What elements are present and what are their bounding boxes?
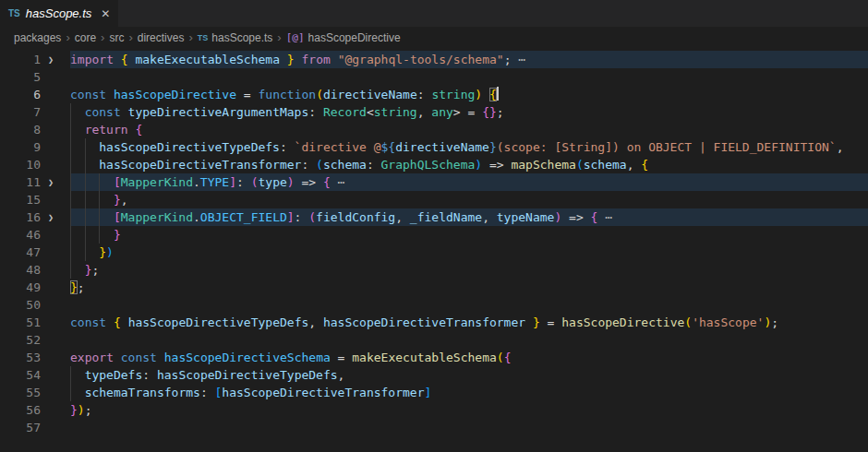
indent-guide	[99, 173, 114, 191]
token-b1: {	[504, 351, 512, 364]
line-number: 56	[0, 401, 41, 419]
token-pl: :	[367, 158, 381, 172]
token-b2: (	[316, 158, 323, 172]
code-line[interactable]: 11❯[MapperKind.TYPE]: (type) => { ⋯	[0, 173, 868, 191]
code-line[interactable]: 50	[0, 296, 868, 314]
line-number: 55	[0, 384, 41, 401]
code-line[interactable]: 10hasScopeDirectiveTransformer: (schema:…	[0, 156, 868, 173]
gutter-space	[41, 261, 70, 279]
token-type: string	[431, 88, 475, 101]
code-line[interactable]: 56});	[0, 401, 868, 419]
token-b0: (	[316, 88, 323, 101]
token-pl: =	[540, 315, 561, 329]
indent-guide	[70, 121, 85, 138]
gutter-space	[41, 419, 70, 436]
gutter-space	[41, 366, 70, 384]
code-line[interactable]: 57	[0, 419, 868, 436]
breadcrumb-separator: ›	[101, 30, 104, 44]
breadcrumb-symbol[interactable]: hasScopeDirective	[308, 31, 401, 44]
token-fold: ⋯	[518, 53, 525, 66]
code-line-text: },	[70, 191, 868, 208]
token-pl	[114, 351, 121, 364]
gutter-space	[41, 384, 70, 401]
fold-chevron-icon[interactable]: ❯	[41, 51, 70, 68]
text-cursor	[497, 87, 499, 101]
line-number: 46	[0, 226, 41, 244]
line-number: 16	[0, 208, 41, 226]
line-number: 52	[0, 331, 41, 349]
gutter-space	[41, 156, 70, 173]
tab-hasscope[interactable]: TS hasScope.ts ✕	[0, 0, 118, 27]
code-line[interactable]: 49};	[0, 279, 868, 296]
code-line[interactable]: 54typeDefs: hasScopeDirectiveTypeDefs,	[0, 366, 868, 384]
breadcrumb-file[interactable]: hasScope.ts	[211, 31, 272, 44]
code-line[interactable]: 7const typeDirectiveArgumentMaps: Record…	[0, 103, 868, 121]
token-pl: ,	[121, 193, 128, 207]
code-line[interactable]: 48};	[0, 261, 868, 279]
indent-guide	[85, 138, 100, 156]
code-line[interactable]: 6const hasScopeDirective = function(dire…	[0, 86, 868, 103]
code-line[interactable]: 52	[0, 331, 868, 349]
code-line[interactable]: 47})	[0, 244, 868, 261]
line-number: 6	[0, 86, 41, 103]
gutter-space	[41, 279, 70, 296]
code-line[interactable]: 1❯import { makeExecutableSchema } from "…	[0, 51, 868, 68]
code-line[interactable]: 51const { hasScopeDirectiveTypeDefs, has…	[0, 314, 868, 331]
token-var: hasScopeDirectiveTransformer	[99, 158, 301, 172]
code-line[interactable]: 46}	[0, 226, 868, 244]
vscode-window: TS hasScope.ts ✕ packages › core › src ›…	[0, 0, 868, 452]
indent-guide	[70, 103, 85, 121]
token-fn: hasScopeDirective	[561, 315, 684, 329]
token-var: typeName	[497, 210, 555, 224]
code-line[interactable]: 16❯[MapperKind.OBJECT_FIELD]: (fieldConf…	[0, 208, 868, 226]
token-pl: ,	[338, 368, 345, 382]
code-line-text	[70, 296, 868, 314]
code-line[interactable]: 55schemaTransforms: [hasScopeDirectiveTr…	[0, 384, 868, 401]
line-number: 57	[0, 419, 41, 436]
token-pl: <	[367, 105, 374, 119]
gutter-space	[41, 226, 70, 244]
fold-chevron-icon[interactable]: ❯	[41, 173, 70, 191]
code-line[interactable]: 15},	[0, 191, 868, 208]
token-tp: ${	[381, 140, 396, 154]
gutter-space	[41, 86, 70, 103]
token-pl: ,	[627, 158, 642, 172]
breadcrumb-separator: ›	[66, 30, 69, 44]
indent-guide	[70, 261, 85, 279]
token-pl: .	[193, 210, 200, 224]
breadcrumb-directives[interactable]: directives	[138, 31, 185, 44]
line-number: 53	[0, 349, 41, 366]
token-pl: :	[295, 210, 309, 224]
line-number: 1	[0, 51, 41, 68]
token-var: schema	[323, 158, 367, 172]
code-line[interactable]: 9hasScopeDirectiveTypeDefs: `directive @…	[0, 138, 868, 156]
tab-title: hasScope.ts	[26, 6, 92, 20]
code-line-text: };	[70, 261, 868, 279]
token-pl: :	[200, 386, 215, 399]
token-pl	[482, 88, 489, 101]
tab-bar: TS hasScope.ts ✕	[0, 0, 868, 27]
token-pl: ;	[497, 105, 504, 119]
breadcrumb-src[interactable]: src	[109, 31, 124, 44]
fold-chevron-icon[interactable]: ❯	[41, 208, 70, 226]
indent-guide	[85, 156, 100, 173]
indent-guide	[99, 191, 114, 208]
token-pl: =>	[295, 175, 323, 189]
code-line-text: hasScopeDirectiveTransformer: (schema: G…	[70, 156, 868, 173]
code-area[interactable]: 1❯import { makeExecutableSchema } from "…	[0, 48, 868, 436]
typescript-file-icon: TS	[198, 33, 209, 42]
gutter-space	[41, 191, 70, 208]
token-var: makeExecutableSchema	[135, 53, 280, 66]
indent-guide	[85, 244, 100, 261]
breadcrumb-core[interactable]: core	[75, 31, 96, 44]
code-line[interactable]: 53export const hasScopeDirectiveSchema =…	[0, 349, 868, 366]
close-icon[interactable]: ✕	[101, 7, 110, 20]
token-pl	[525, 315, 533, 329]
code-line[interactable]: 8return {	[0, 121, 868, 138]
token-kw: from	[301, 53, 330, 66]
code-line[interactable]: 5	[0, 68, 868, 86]
breadcrumb-packages[interactable]: packages	[14, 31, 61, 44]
token-b1: (	[308, 210, 316, 224]
token-var: typeDefs	[85, 368, 143, 382]
token-kw2: const	[85, 105, 121, 119]
